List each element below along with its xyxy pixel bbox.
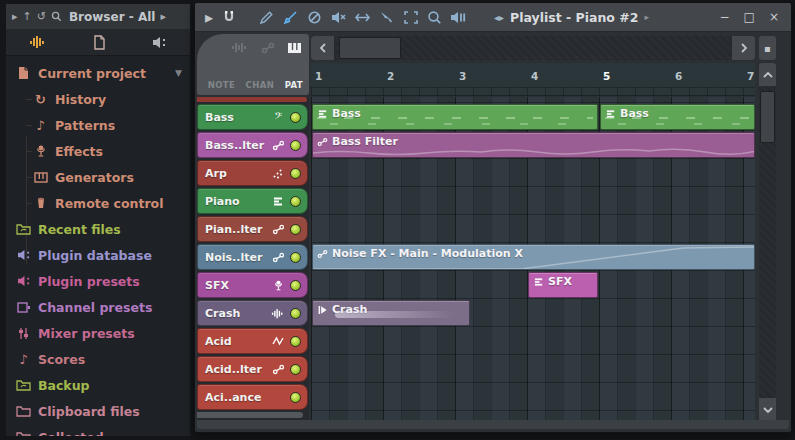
browser-item-remote-control[interactable]: Remote control [6,190,190,216]
track-header-bass[interactable]: Bass 𝄢 [197,104,308,130]
browser-forward-icon[interactable]: ▸ [160,10,166,23]
track-header-noise-filter[interactable]: Nois..lter [197,244,308,270]
folder-refresh-icon [16,222,31,237]
zoom-tool-icon[interactable] [425,8,444,27]
track-mute-led[interactable] [290,336,301,347]
tab-files-icon[interactable] [93,35,106,50]
track-header-piano[interactable]: Piano [197,188,308,214]
playlist-window: ▸ ◂▸ Playlist - Piano #2 ▸ − □ × [194,2,792,433]
maximize-button[interactable]: □ [744,11,755,23]
track-header-acid[interactable]: Acid [197,328,308,354]
slice-tool-icon[interactable] [377,8,396,27]
browser-undo-icon[interactable]: ↺ [37,10,46,23]
tab-plugins-icon[interactable] [152,36,167,49]
clip-source-mode-labels[interactable]: NOTE CHAN PAT [201,80,303,90]
browser-item-backup[interactable]: Backup [6,372,190,398]
browser-item-effects[interactable]: Effects [6,138,190,164]
mute-tool-icon[interactable] [329,8,348,27]
bar-number: 7 [747,70,754,82]
scrollbar-options-button[interactable]: ▪ [759,36,776,60]
title-forward-icon: ▸ [644,12,649,22]
track-mute-led[interactable] [290,112,301,123]
clip-bass-1[interactable]: Bass [312,104,598,130]
clip-sfx[interactable]: SFX [528,272,598,298]
browser-item-scores[interactable]: ♪ Scores [6,346,190,372]
playlist-titlebar[interactable]: ▸ ◂▸ Playlist - Piano #2 ▸ − □ × [195,3,791,32]
v-scroll-thumb[interactable] [760,91,775,143]
browser-item-collected[interactable]: Collected [6,424,190,436]
scroll-down-button[interactable] [759,398,776,421]
track-mute-led[interactable] [290,280,301,291]
draw-tool-icon[interactable] [257,8,276,27]
scroll-left-button[interactable] [311,36,334,60]
track-name: Piano [198,195,270,208]
track-mute-led[interactable] [290,364,301,375]
mode-note-label[interactable]: NOTE [208,80,236,90]
track-header-acid-ance[interactable]: Aci..ance [197,384,308,410]
clip-noise-fx[interactable]: Noise FX - Main - Modulation X [312,244,755,270]
mode-chan-label[interactable]: CHAN [246,80,275,90]
pattern-mode-icon[interactable] [287,42,302,54]
mode-pat-label[interactable]: PAT [285,80,303,90]
track-mute-led[interactable] [290,224,301,235]
menu-arrow-icon[interactable]: ▸ [204,8,214,27]
timeline-ruler[interactable]: 1 2 3 4 5 6 7 [311,63,755,96]
track-name: Crash [198,307,270,320]
browser-item-clipboard-files[interactable]: Clipboard files [6,398,190,424]
partial-track-below[interactable] [197,412,303,418]
playlist-title-menu[interactable]: ◂▸ Playlist - Piano #2 ▸ [494,10,649,25]
select-tool-icon[interactable] [401,8,420,27]
browser-up-icon[interactable]: ↑ [23,10,32,23]
chevron-down-icon[interactable]: ▼ [175,68,182,78]
minimize-button[interactable]: − [720,11,730,23]
audio-mode-icon[interactable] [231,41,249,54]
browser-item-patterns[interactable]: ♪ Patterns [6,112,190,138]
playback-marker-icon[interactable] [449,8,468,27]
tab-audio-waveform-icon[interactable] [29,35,47,49]
clip-bass-2[interactable]: Bass [600,104,755,130]
track-mute-led[interactable] [290,168,301,179]
track-header-bass-filter[interactable]: Bass..lter [197,132,308,158]
playlist-grid[interactable]: Bass Bass Bass Filter Noise FX - Main - … [311,97,755,421]
playlist-corner-panel: NOTE CHAN PAT [197,34,309,95]
magnet-snap-icon[interactable] [219,8,238,27]
slip-tool-icon[interactable] [353,8,372,27]
browser-item-channel-presets[interactable]: Channel presets [6,294,190,320]
track-mute-led[interactable] [290,392,301,403]
close-button[interactable]: × [769,11,779,23]
automation-mode-icon[interactable] [261,42,275,54]
automation-curve [313,245,755,270]
browser-item-label: History [55,92,106,107]
browser-item-plugin-database[interactable]: Plugin database [6,242,190,268]
automation-link-icon [270,224,286,235]
browser-item-plugin-presets[interactable]: Plugin presets [6,268,190,294]
track-mute-led[interactable] [290,252,301,263]
track-header-crash[interactable]: Crash [197,300,308,326]
clip-crash[interactable]: Crash [312,300,470,326]
browser-item-current-project[interactable]: Current project ▼ [6,60,190,86]
browser-search-icon[interactable] [51,11,62,22]
browser-item-recent-files[interactable]: Recent files [6,216,190,242]
track-header-acid-filter[interactable]: Acid..lter [197,356,308,382]
vertical-scrollbar[interactable] [759,63,776,421]
track-header-piano-filter[interactable]: Pian..lter [197,216,308,242]
track-mute-led[interactable] [290,196,301,207]
browser-item-history[interactable]: ↻ History [6,86,190,112]
delete-tool-icon[interactable] [305,8,324,27]
paint-tool-icon[interactable] [281,8,300,27]
browser-item-generators[interactable]: Generators [6,164,190,190]
browser-item-label: Mixer presets [38,326,135,341]
track-mute-led[interactable] [290,308,301,319]
h-scroll-thumb[interactable] [339,37,401,59]
browser-back-icon[interactable]: ▸ [12,10,18,23]
horizontal-scrollbar[interactable] [311,36,755,60]
browser-title[interactable]: Browser - All [69,10,155,24]
scroll-up-button[interactable] [759,63,776,86]
browser-item-mixer-presets[interactable]: Mixer presets [6,320,190,346]
scroll-right-button[interactable] [732,36,755,60]
track-header-arp[interactable]: Arp [197,160,308,186]
partial-track-above[interactable] [197,97,307,102]
track-header-sfx[interactable]: SFX [197,272,308,298]
track-mute-led[interactable] [290,140,301,151]
clip-bass-filter[interactable]: Bass Filter [312,132,755,158]
